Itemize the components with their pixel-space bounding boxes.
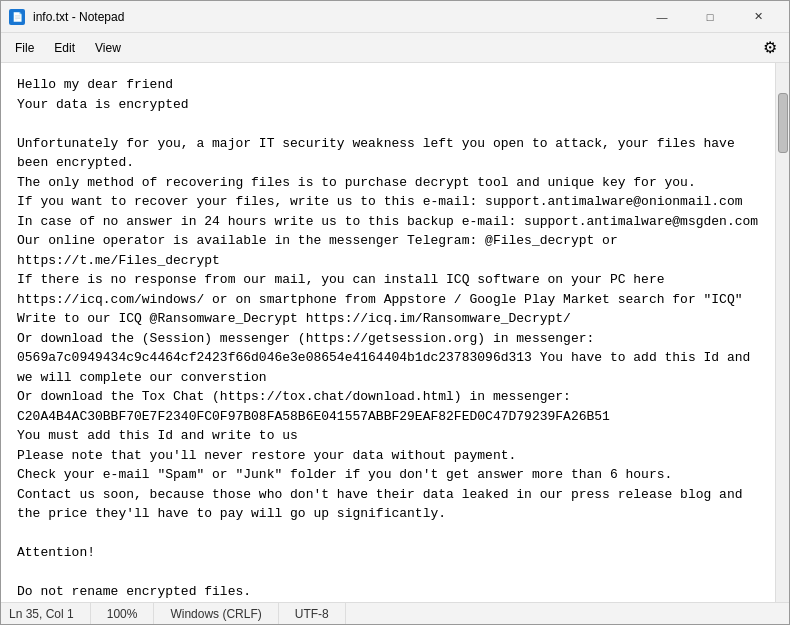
app-icon: 📄 bbox=[9, 9, 25, 25]
scrollbar-thumb[interactable] bbox=[778, 93, 788, 153]
file-menu[interactable]: File bbox=[5, 37, 44, 59]
scrollbar[interactable] bbox=[775, 63, 789, 602]
minimize-button[interactable]: — bbox=[639, 1, 685, 33]
edit-menu[interactable]: Edit bbox=[44, 37, 85, 59]
cursor-position: Ln 35, Col 1 bbox=[9, 603, 91, 624]
zoom-level: 100% bbox=[91, 603, 155, 624]
view-menu[interactable]: View bbox=[85, 37, 131, 59]
window-title: info.txt - Notepad bbox=[33, 10, 639, 24]
notepad-window: 📄 info.txt - Notepad — □ ✕ File Edit Vie… bbox=[0, 0, 790, 625]
encoding: UTF-8 bbox=[279, 603, 346, 624]
status-bar: Ln 35, Col 1 100% Windows (CRLF) UTF-8 bbox=[1, 602, 789, 624]
settings-icon[interactable]: ⚙ bbox=[755, 33, 785, 63]
window-controls: — □ ✕ bbox=[639, 1, 781, 33]
text-editor[interactable]: Hello my dear friend Your data is encryp… bbox=[1, 63, 775, 602]
line-ending: Windows (CRLF) bbox=[154, 603, 278, 624]
close-button[interactable]: ✕ bbox=[735, 1, 781, 33]
maximize-button[interactable]: □ bbox=[687, 1, 733, 33]
title-bar: 📄 info.txt - Notepad — □ ✕ bbox=[1, 1, 789, 33]
editor-area: Hello my dear friend Your data is encryp… bbox=[1, 63, 789, 602]
menu-bar: File Edit View ⚙ bbox=[1, 33, 789, 63]
